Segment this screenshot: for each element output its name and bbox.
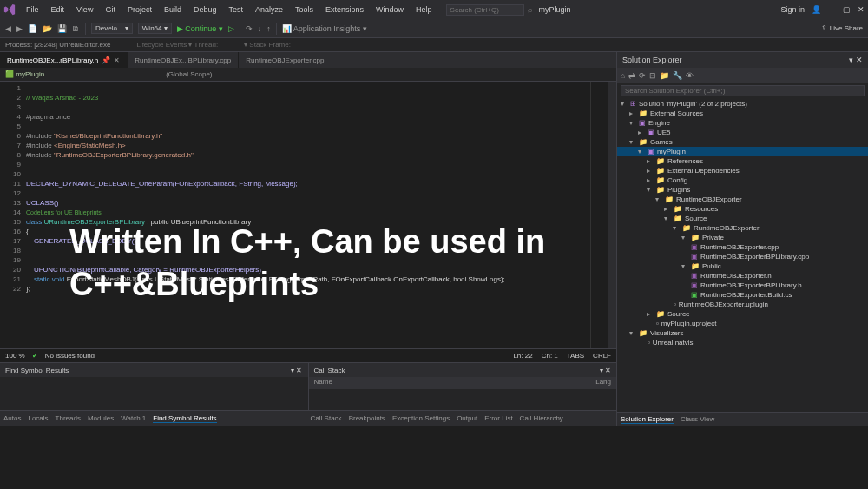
tree-item[interactable]: ▾📁RuntimeOBJExporter bbox=[617, 195, 868, 204]
properties-icon[interactable]: 🔧 bbox=[673, 71, 682, 80]
tab-findsymbol[interactable]: Find Symbol Results bbox=[153, 414, 216, 423]
nav-fwd-icon[interactable]: ▶ bbox=[16, 24, 23, 33]
tab-class-view[interactable]: Class View bbox=[681, 415, 714, 423]
pin-icon[interactable]: ▾ ✕ bbox=[291, 367, 302, 374]
maximize-icon[interactable]: ▢ bbox=[843, 5, 851, 14]
play-icon[interactable]: ▶ Continue ▾ bbox=[177, 24, 223, 33]
lifecycle-dropdown[interactable]: Lifecycle Events ▾ Thread: bbox=[136, 41, 218, 49]
indent-mode[interactable]: TABS bbox=[567, 352, 584, 360]
tree-solution-root[interactable]: ▾⊞ Solution 'myPlugin' (2 of 2 projects) bbox=[617, 99, 868, 109]
menu-project[interactable]: Project bbox=[122, 3, 157, 16]
menu-tools[interactable]: Tools bbox=[290, 3, 319, 16]
step-into-icon[interactable]: ↓ bbox=[258, 24, 262, 33]
menu-test[interactable]: Test bbox=[223, 3, 248, 16]
liveshare-button[interactable]: ⇪ Live Share bbox=[821, 24, 863, 32]
signin-link[interactable]: Sign in bbox=[780, 5, 805, 14]
switch-view-icon[interactable]: ⇄ bbox=[628, 71, 635, 80]
tree-item[interactable]: ▸▣UE5 bbox=[617, 128, 868, 137]
collapse-icon[interactable]: ⊟ bbox=[649, 71, 656, 80]
minimap[interactable] bbox=[590, 82, 608, 348]
tree-item[interactable]: ▾▣myPlugin bbox=[617, 147, 868, 156]
tree-item[interactable]: ▾📁Private bbox=[617, 233, 868, 242]
sync-icon[interactable]: ⟳ bbox=[639, 71, 646, 80]
tab-callhierarchy[interactable]: Call Hierarchy bbox=[520, 414, 563, 422]
tree-item[interactable]: ▾📁Games bbox=[617, 137, 868, 147]
tab-callstack[interactable]: Call Stack bbox=[311, 414, 342, 422]
tree-item[interactable]: ▸📁External Dependencies bbox=[617, 166, 868, 175]
quick-search-input[interactable] bbox=[446, 4, 524, 16]
tab-bplibrary-h[interactable]: RuntimeOBJEx...rBPLibrary.h 📌 ✕ bbox=[0, 52, 128, 68]
minimize-icon[interactable]: — bbox=[828, 5, 836, 14]
app-insights-icon[interactable]: 📊 Application Insights ▾ bbox=[282, 24, 367, 33]
scope-dropdown[interactable]: (Global Scope) bbox=[166, 70, 212, 78]
tree-item[interactable]: ▣ RuntimeOBJExporterBPLibrary.h bbox=[617, 281, 868, 290]
platform-dropdown[interactable]: Win64 ▾ bbox=[138, 23, 172, 34]
tab-watch1[interactable]: Watch 1 bbox=[121, 414, 146, 422]
tree-item[interactable]: ▾📁Source bbox=[617, 214, 868, 223]
search-icon[interactable]: ⌕ bbox=[528, 5, 532, 14]
tab-modules[interactable]: Modules bbox=[88, 414, 114, 422]
project-context-dropdown[interactable]: 🟩 myPlugin bbox=[5, 70, 44, 78]
tab-exporter-cpp[interactable]: RuntimeOBJExporter.cpp bbox=[239, 52, 332, 68]
preview-icon[interactable]: 👁 bbox=[686, 71, 694, 80]
tab-locals[interactable]: Locals bbox=[28, 414, 48, 422]
tab-exception[interactable]: Exception Settings bbox=[392, 414, 450, 422]
menu-window[interactable]: Window bbox=[371, 3, 409, 16]
tree-item[interactable]: ▫Unreal.natvis bbox=[617, 338, 868, 347]
menu-file[interactable]: File bbox=[21, 3, 44, 16]
tree-item[interactable]: ▾📁Plugins bbox=[617, 185, 868, 195]
tree-item[interactable]: ▾📁Public bbox=[617, 261, 868, 271]
nav-back-icon[interactable]: ◀ bbox=[5, 24, 11, 33]
tab-autos[interactable]: Autos bbox=[3, 414, 21, 422]
line-indicator[interactable]: Ln: 22 bbox=[513, 352, 532, 360]
stackframe-dropdown[interactable]: ▾ Stack Frame: bbox=[244, 41, 291, 49]
pin-icon[interactable]: ▾ ✕ bbox=[600, 367, 611, 374]
tab-bplibrary-cpp[interactable]: RuntimeOBJEx...BPLibrary.cpp bbox=[128, 52, 239, 68]
play-noDebug-icon[interactable]: ▷ bbox=[228, 24, 234, 33]
issues-text[interactable]: No issues found bbox=[45, 352, 95, 360]
tree-item[interactable]: ▸📁Config bbox=[617, 175, 868, 185]
tree-item[interactable]: ▣ RuntimeOBJExporter.cpp bbox=[617, 242, 868, 252]
tree-item[interactable]: ▾▣Engine bbox=[617, 118, 868, 128]
tab-breakpoints[interactable]: Breakpoints bbox=[349, 414, 385, 422]
save-all-icon[interactable]: 🗎 bbox=[72, 24, 80, 33]
close-icon[interactable]: ✕ bbox=[114, 56, 120, 64]
tree-item[interactable]: ▸📁Source bbox=[617, 309, 868, 319]
menu-extensions[interactable]: Extensions bbox=[320, 3, 369, 16]
zoom-level[interactable]: 100 % bbox=[5, 352, 25, 360]
tree-item[interactable]: ▫myPlugin.uproject bbox=[617, 319, 868, 328]
tab-threads[interactable]: Threads bbox=[56, 414, 81, 422]
tree-item[interactable]: ▣RuntimeOBJExporter.Build.cs bbox=[617, 290, 868, 300]
solution-explorer-header[interactable]: Solution Explorer ▾ ✕ bbox=[617, 52, 868, 68]
menu-view[interactable]: View bbox=[71, 3, 98, 16]
open-icon[interactable]: 📂 bbox=[43, 24, 52, 33]
code-editor[interactable]: 12345678910111213141516171819202122 // W… bbox=[0, 82, 616, 348]
tree-item[interactable]: ▣ RuntimeOBJExporterBPLibrary.cpp bbox=[617, 252, 868, 261]
tree-item[interactable]: ▸📁Resources bbox=[617, 204, 868, 214]
tree-item[interactable]: ▾📁RuntimeOBJExporter bbox=[617, 223, 868, 233]
char-indicator[interactable]: Ch: 1 bbox=[542, 352, 558, 360]
save-icon[interactable]: 💾 bbox=[57, 24, 67, 33]
callstack-header[interactable]: Call Stack ▾ ✕ bbox=[309, 363, 617, 377]
line-ending[interactable]: CRLF bbox=[593, 352, 611, 360]
pin-icon[interactable]: 📌 bbox=[102, 56, 110, 64]
code-content[interactable]: // Waqas Arshad - 2023 #pragma once #inc… bbox=[26, 82, 590, 348]
close-icon[interactable]: ✕ bbox=[858, 5, 865, 14]
menu-edit[interactable]: Edit bbox=[46, 3, 70, 16]
menu-debug[interactable]: Debug bbox=[188, 3, 222, 16]
tree-item[interactable]: ▾📁Visualizers bbox=[617, 328, 868, 338]
user-icon[interactable]: 👤 bbox=[812, 5, 821, 14]
menu-help[interactable]: Help bbox=[411, 3, 437, 16]
tab-solution-explorer[interactable]: Solution Explorer bbox=[621, 415, 674, 424]
menu-analyze[interactable]: Analyze bbox=[250, 3, 288, 16]
tree-item[interactable]: ▫RuntimeOBJExporter.uplugin bbox=[617, 300, 868, 309]
menu-git[interactable]: Git bbox=[100, 3, 121, 16]
panel-dropdown-icon[interactable]: ▾ ✕ bbox=[849, 56, 863, 64]
menu-build[interactable]: Build bbox=[159, 3, 187, 16]
find-symbol-header[interactable]: Find Symbol Results ▾ ✕ bbox=[0, 363, 308, 377]
home-icon[interactable]: ⌂ bbox=[621, 71, 625, 80]
show-all-icon[interactable]: 📁 bbox=[660, 71, 669, 80]
tab-output[interactable]: Output bbox=[457, 414, 477, 422]
new-file-icon[interactable]: 📄 bbox=[28, 24, 37, 33]
solution-tree[interactable]: ▾⊞ Solution 'myPlugin' (2 of 2 projects)… bbox=[617, 97, 868, 412]
